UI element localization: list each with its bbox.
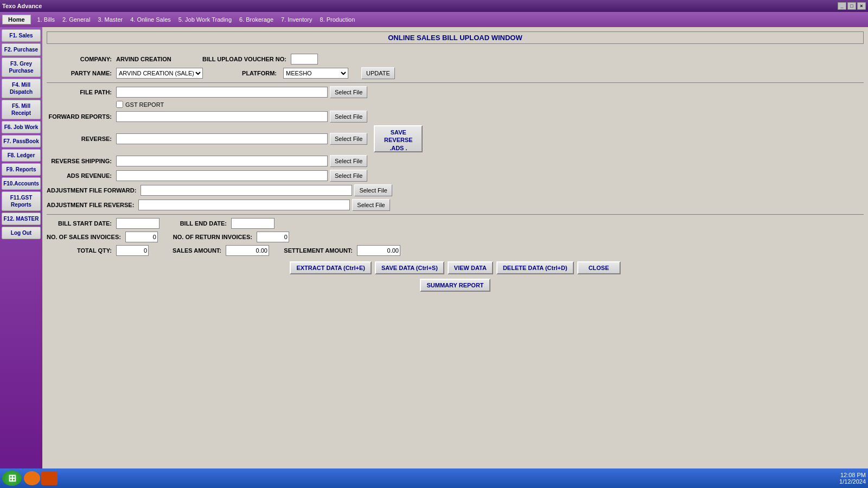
app-title: Texo Advance: [2, 3, 42, 9]
file-path-label: FILE PATH:: [47, 89, 112, 95]
sales-amount-label: SALES AMOUNT:: [156, 247, 221, 254]
sidebar-f2-purchase[interactable]: F2. Purchase: [2, 43, 41, 56]
adj-forward-label: ADJUSTMENT FILE FORWARD:: [47, 187, 136, 194]
sidebar-f11-gst-reports[interactable]: F11.GST Reports: [2, 191, 41, 211]
sidebar-f5-mill-receipt[interactable]: F5. Mill Receipt: [2, 100, 41, 119]
adj-reverse-input[interactable]: [138, 200, 350, 210]
ads-revenue-select-button[interactable]: Select File: [330, 170, 367, 182]
reverse-select-button[interactable]: Select File: [330, 133, 367, 145]
ads-revenue-label: ADS REVENUE:: [47, 172, 112, 179]
content-area: ONLINE SALES BILL UPLOAD WINDOW COMPANY:…: [42, 27, 868, 468]
forward-reports-row: FORWARD REPORTS: Select File: [47, 111, 864, 123]
platform-label: PLATFORM:: [212, 70, 277, 76]
bill-start-date-input[interactable]: [116, 218, 159, 229]
ads-revenue-row: ADS REVENUE: Select File: [47, 170, 864, 182]
sidebar-f6-job-work[interactable]: F6. Job Work: [2, 121, 41, 133]
menubar: Home 1. Bills 2. General 3. Master 4. On…: [0, 12, 868, 27]
sidebar-f12-master[interactable]: F12. MASTER: [2, 213, 41, 225]
menu-bills[interactable]: 1. Bills: [34, 15, 58, 24]
menu-inventory[interactable]: 7. Inventory: [278, 15, 315, 24]
total-qty-label: TOTAL QTY:: [47, 247, 112, 254]
adj-reverse-label: ADJUSTMENT FILE REVERSE:: [47, 202, 134, 208]
main-layout: F1. Sales F2. Purchase F3. Grey Purchase…: [0, 27, 868, 468]
window-controls: _ □ ×: [838, 2, 866, 10]
sidebar-logout[interactable]: Log Out: [2, 227, 41, 239]
total-qty-input: [116, 245, 149, 256]
adj-forward-select-button[interactable]: Select File: [354, 184, 392, 196]
party-row: PARTY NAME: ARVIND CREATION (SALE) PLATF…: [47, 67, 864, 79]
delete-data-button[interactable]: DELETE DATA (Ctrl+D): [496, 261, 574, 274]
titlebar: Texo Advance _ □ ×: [0, 0, 868, 12]
sidebar-f10-accounts[interactable]: F10.Accounts: [2, 177, 41, 190]
bill-end-date-label: BILL END DATE:: [173, 220, 227, 227]
adj-reverse-select-button[interactable]: Select File: [352, 199, 390, 211]
menu-production[interactable]: 8. Production: [317, 15, 359, 24]
sidebar-f9-reports[interactable]: F9. Reports: [2, 163, 41, 176]
no-return-invoices-input: [257, 232, 289, 242]
bill-start-date-label: BILL START DATE:: [47, 220, 112, 227]
form-window: ONLINE SALES BILL UPLOAD WINDOW COMPANY:…: [47, 31, 864, 292]
minimize-button[interactable]: _: [838, 2, 846, 10]
save-data-button[interactable]: SAVE DATA (Ctrl+S): [375, 261, 444, 274]
adj-reverse-row: ADJUSTMENT FILE REVERSE: Select File: [47, 199, 864, 211]
select-file-button[interactable]: Select File: [330, 86, 367, 98]
company-value: ARVIND CREATION: [116, 56, 197, 62]
file-path-row: FILE PATH: Select File: [47, 86, 864, 98]
close-button[interactable]: CLOSE: [577, 261, 621, 274]
summary-report-button[interactable]: SUMMARY REPORT: [420, 279, 490, 292]
no-return-invoices-label: NO. OF RETURN INVOICES:: [165, 234, 252, 240]
close-window-button[interactable]: ×: [857, 2, 866, 10]
sidebar: F1. Sales F2. Purchase F3. Grey Purchase…: [0, 27, 42, 468]
totals-row: TOTAL QTY: SALES AMOUNT: SETTLEMENT AMOU…: [47, 245, 864, 256]
view-data-button[interactable]: VIEW DATA: [448, 261, 493, 274]
reverse-label: REVERSE:: [47, 136, 112, 142]
menu-brokerage[interactable]: 6. Brokerage: [236, 15, 277, 24]
adj-forward-input[interactable]: [141, 185, 352, 196]
save-reverse-ads-button[interactable]: SAVE REVERSE .ADS .: [374, 125, 423, 152]
menu-master[interactable]: 3. Master: [94, 15, 126, 24]
form-title: ONLINE SALES BILL UPLOAD WINDOW: [47, 31, 864, 44]
maximize-button[interactable]: □: [847, 2, 856, 10]
update-button[interactable]: UPDATE: [361, 67, 395, 79]
gst-report-checkbox[interactable]: [116, 101, 123, 108]
reverse-shipping-input[interactable]: [116, 156, 328, 166]
reverse-row: REVERSE: Select File SAVE REVERSE .ADS .: [47, 125, 864, 152]
settlement-amount-input: [357, 245, 400, 256]
reverse-shipping-row: REVERSE SHIPPING: Select File: [47, 155, 864, 167]
menu-job-work-trading[interactable]: 5. Job Work Trading: [175, 15, 235, 24]
reverse-shipping-select-button[interactable]: Select File: [330, 155, 367, 167]
no-sales-invoices-input: [125, 232, 158, 242]
forward-reports-input[interactable]: [116, 111, 328, 122]
ads-revenue-input[interactable]: [116, 170, 328, 181]
reverse-shipping-label: REVERSE SHIPPING:: [47, 158, 112, 164]
sidebar-f3-grey-purchase[interactable]: F3. Grey Purchase: [2, 57, 41, 77]
forward-reports-label: FORWARD REPORTS:: [47, 113, 112, 120]
home-button[interactable]: Home: [2, 15, 31, 24]
gst-report-label: GST REPORT: [125, 101, 164, 108]
extract-data-button[interactable]: EXTRACT DATA (Ctrl+E): [290, 261, 372, 274]
no-sales-invoices-label: NO. OF SALES INVOICES:: [47, 234, 121, 240]
sidebar-f1-sales[interactable]: F1. Sales: [2, 29, 41, 42]
invoice-counts-row: NO. OF SALES INVOICES: NO. OF RETURN INV…: [47, 232, 864, 242]
settlement-amount-label: SETTLEMENT AMOUNT:: [277, 247, 353, 254]
bill-end-date-input[interactable]: [231, 218, 275, 229]
menu-online-sales[interactable]: 4. Online Sales: [127, 15, 174, 24]
action-buttons-row: EXTRACT DATA (Ctrl+E) SAVE DATA (Ctrl+S)…: [47, 261, 864, 274]
reverse-input[interactable]: [116, 133, 328, 144]
platform-select[interactable]: MEESHO AMAZON FLIPKART: [283, 68, 348, 79]
party-name-select[interactable]: ARVIND CREATION (SALE): [116, 68, 203, 79]
forward-reports-select-button[interactable]: Select File: [330, 111, 367, 123]
dates-row: BILL START DATE: BILL END DATE:: [47, 218, 864, 229]
menu-general[interactable]: 2. General: [59, 15, 93, 24]
party-name-label: PARTY NAME:: [47, 70, 112, 76]
sidebar-f8-ledger[interactable]: F8. Ledger: [2, 149, 41, 162]
company-row: COMPANY: ARVIND CREATION BILL UPLOAD VOU…: [47, 54, 864, 65]
bill-upload-input[interactable]: [291, 54, 318, 65]
sidebar-f7-passbook[interactable]: F7. PassBook: [2, 135, 41, 147]
file-path-input[interactable]: [116, 87, 328, 98]
bill-upload-label: BILL UPLOAD VOUCHER NO:: [200, 56, 286, 62]
gst-report-row: GST REPORT: [116, 101, 864, 108]
adj-forward-row: ADJUSTMENT FILE FORWARD: Select File: [47, 184, 864, 196]
sidebar-f4-mill-dispatch[interactable]: F4. Mill Dispatch: [2, 79, 41, 98]
sales-amount-input: [226, 245, 269, 256]
